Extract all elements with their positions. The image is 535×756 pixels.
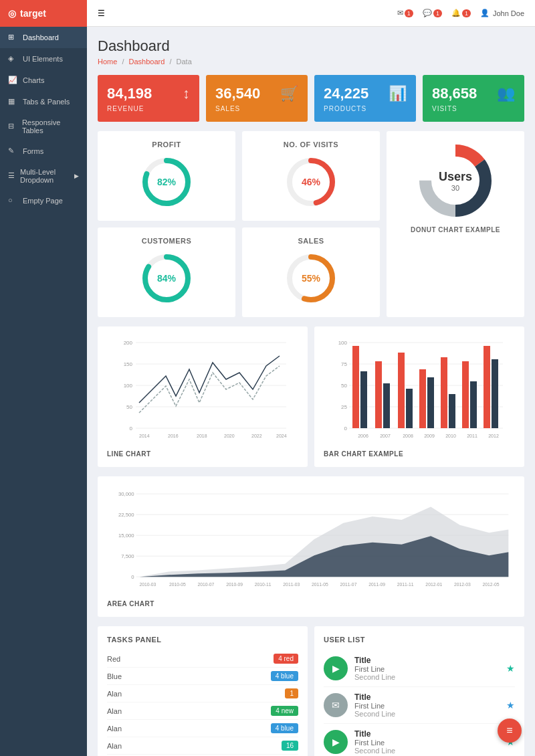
svg-text:100: 100	[338, 340, 348, 346]
user-title-2: Title	[354, 729, 395, 739]
area-chart-svg: 30,000 22,500 15,000 7,500 0 2010-03 201…	[107, 486, 515, 593]
task-name-5: Alan	[107, 742, 122, 750]
task-badge-3: 4 new	[271, 706, 298, 716]
svg-text:2018: 2018	[197, 434, 207, 438]
svg-text:50: 50	[341, 383, 347, 389]
stat-header-revenue: 84,198 ↕	[107, 85, 190, 102]
svg-rect-46	[419, 369, 426, 428]
sidebar-item-forms[interactable]: ✎ Forms	[0, 140, 87, 162]
user-line2-0: Second Line	[354, 673, 395, 681]
customers-circle: 84%	[107, 252, 226, 305]
tables-icon: ⊟	[8, 122, 17, 131]
star-icon-1[interactable]: ★	[506, 700, 515, 711]
star-icon-0[interactable]: ★	[506, 663, 515, 674]
profit-label: 82%	[157, 177, 176, 187]
svg-rect-44	[406, 389, 413, 428]
products-value: 24,225	[324, 85, 368, 102]
user-info[interactable]: 👤 John Doe	[480, 9, 524, 17]
sidebar-label-empty: Empty Page	[23, 197, 63, 205]
sidebar-item-charts[interactable]: 📈 Charts	[0, 70, 87, 91]
svg-text:2011-09: 2011-09	[368, 582, 385, 587]
sales-circle: 55%	[251, 252, 370, 305]
svg-text:0: 0	[344, 426, 348, 432]
svg-text:2010-07: 2010-07	[198, 582, 215, 587]
svg-text:2012: 2012	[488, 434, 499, 438]
bottom-row: TASKS PANEL Red 4 red Blue 4 blue Alan 1…	[98, 626, 524, 756]
sidebar-item-dashboard[interactable]: ⊞ Dashboard	[0, 27, 87, 48]
user-icon: 👤	[480, 9, 490, 17]
stat-header-sales: 36,540 🛒	[215, 85, 298, 102]
svg-rect-37	[352, 346, 359, 428]
breadcrumb-sep2: /	[169, 58, 171, 66]
user-list-title: USER LIST	[324, 636, 515, 644]
task-row-0: Red 4 red	[107, 650, 298, 668]
sidebar-toggle-icon[interactable]: ☰	[98, 9, 105, 18]
svg-text:2016: 2016	[168, 434, 179, 438]
sales-circle-title: SALES	[251, 237, 370, 245]
tasks-panel: TASKS PANEL Red 4 red Blue 4 blue Alan 1…	[98, 626, 308, 756]
svg-text:2009: 2009	[424, 434, 435, 438]
user-name: John Doe	[493, 9, 524, 17]
breadcrumb-dashboard[interactable]: Dashboard	[129, 58, 165, 66]
task-row-1: Blue 4 blue	[107, 668, 298, 685]
user-line2-2: Second Line	[354, 747, 395, 755]
svg-text:2011-03: 2011-03	[283, 582, 300, 587]
sidebar: ◎ target ⊞ Dashboard ◈ UI Elements 📈 Cha…	[0, 0, 87, 756]
svg-text:25: 25	[341, 404, 347, 410]
donut-center-value: 30	[439, 184, 472, 192]
user-item-2: ▶ Title First Line Second Line ★	[324, 724, 515, 756]
sidebar-label-tabs: Tabs & Panels	[23, 98, 70, 106]
svg-text:15,000: 15,000	[118, 533, 134, 539]
charts-row-2: 200 150 100 50 0 2014 2016 2018 2020 202…	[98, 326, 524, 467]
main-content: ☰ ✉1 💬1 🔔1 👤 John Doe Dashboard Home / D…	[87, 0, 535, 756]
app-logo[interactable]: ◎ target	[0, 0, 87, 27]
revenue-label: REVENUE	[107, 105, 190, 112]
breadcrumb-home[interactable]: Home	[98, 58, 117, 66]
svg-text:30,000: 30,000	[118, 491, 134, 497]
sales-circle-label: 55%	[302, 273, 320, 284]
svg-text:2014: 2014	[139, 434, 150, 438]
area-chart-card: 30,000 22,500 15,000 7,500 0 2010-03 201…	[98, 476, 524, 617]
bar-chart-label: BAR CHART EXAMPLE	[324, 450, 515, 458]
sidebar-item-tables[interactable]: ⊟ Responsive Tables	[0, 112, 87, 140]
stat-card-revenue: 84,198 ↕ REVENUE	[98, 75, 199, 122]
sidebar-label-charts: Charts	[23, 76, 44, 84]
svg-text:22,500: 22,500	[118, 512, 134, 518]
task-row-5: Alan 16	[107, 737, 298, 755]
sidebar-item-empty[interactable]: ○ Empty Page	[0, 190, 87, 211]
donut-center-label: Users	[439, 170, 472, 184]
task-row-2: Alan 1	[107, 685, 298, 702]
fab-button[interactable]: ≡	[498, 719, 522, 743]
charts-row-1: PROFIT 82% NO. OF VISITS	[98, 131, 524, 317]
sidebar-item-ui-elements[interactable]: ◈ UI Elements	[0, 48, 87, 70]
dropdown-arrow-icon: ▶	[74, 173, 79, 179]
user-avatar-1: ✉	[324, 693, 348, 717]
sidebar-item-tabs[interactable]: ▦ Tabs & Panels	[0, 91, 87, 112]
sales-icon: 🛒	[280, 85, 298, 102]
bell-icon[interactable]: 🔔1	[451, 9, 471, 17]
mail-icon[interactable]: ✉1	[397, 9, 413, 17]
sidebar-label-forms: Forms	[23, 147, 43, 155]
task-badge-1: 4 blue	[271, 671, 298, 681]
svg-rect-47	[427, 377, 434, 428]
logo-icon: ◎	[8, 8, 16, 19]
dashboard-icon: ⊞	[8, 33, 17, 42]
user-line1-2: First Line	[354, 739, 395, 747]
sales-circle-card: SALES 55%	[242, 227, 380, 317]
task-badge-0: 4 red	[274, 654, 298, 664]
sidebar-label-dashboard: Dashboard	[23, 33, 59, 41]
svg-rect-52	[462, 361, 469, 428]
tasks-panel-title: TASKS PANEL	[107, 636, 298, 644]
user-line1-1: First Line	[354, 702, 395, 710]
chat-badge: 1	[433, 9, 442, 17]
user-title-0: Title	[354, 656, 395, 665]
sidebar-item-dropdown[interactable]: ☰ Multi-Level Dropdown ▶	[0, 162, 87, 190]
user-avatar-0: ▶	[324, 656, 348, 680]
top-header: ☰ ✉1 💬1 🔔1 👤 John Doe	[87, 0, 535, 27]
line-chart-card: 200 150 100 50 0 2014 2016 2018 2020 202…	[98, 326, 308, 467]
svg-text:2012-03: 2012-03	[454, 582, 471, 587]
forms-icon: ✎	[8, 147, 17, 156]
chat-icon[interactable]: 💬1	[423, 9, 442, 17]
svg-text:0: 0	[131, 574, 134, 580]
visits-circle: 46%	[251, 155, 370, 209]
